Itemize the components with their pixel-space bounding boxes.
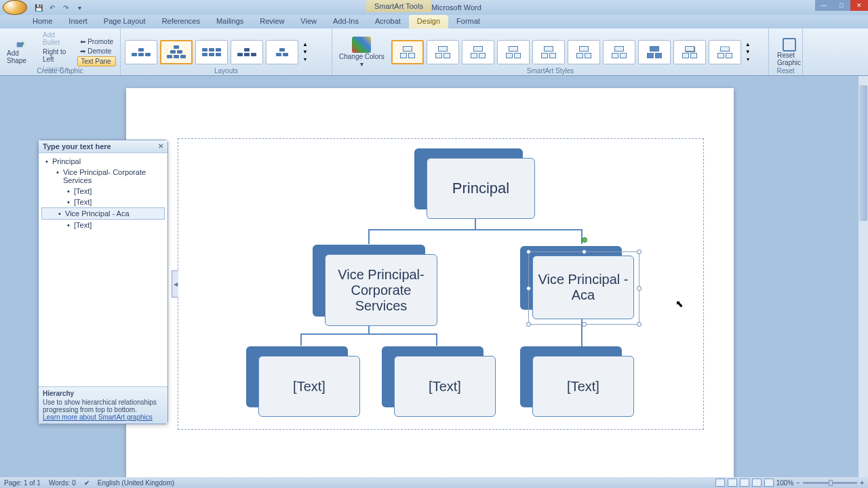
text-pane-close-icon[interactable]: ✕ [158, 142, 163, 150]
tp-item[interactable]: [Text] [40, 197, 166, 207]
tab-design[interactable]: Design [409, 15, 448, 28]
style-thumb-6[interactable] [568, 40, 600, 64]
quick-access-toolbar: 💾 ↶ ↷ ▾ [33, 1, 85, 14]
resize-handle[interactable] [637, 249, 642, 254]
style-thumb-10[interactable] [709, 40, 741, 64]
ribbon-tabs: Home Insert Page Layout References Maili… [0, 15, 868, 28]
tp-item[interactable]: Principal [40, 156, 166, 167]
tab-references[interactable]: References [154, 15, 208, 28]
style-thumb-1[interactable] [391, 40, 424, 64]
undo-icon[interactable]: ↶ [46, 1, 58, 14]
minimize-button[interactable]: — [815, 0, 833, 11]
style-thumb-3[interactable] [462, 40, 494, 64]
tp-item[interactable]: Vice Principal- Corporate Services [40, 167, 166, 186]
vertical-scrollbar[interactable] [859, 76, 868, 477]
layout-thumb-5[interactable] [266, 40, 298, 64]
layouts-more-icon[interactable]: ▾ [301, 56, 309, 62]
status-bar: Page: 1 of 1 Words: 0 ✔ English (United … [0, 477, 868, 488]
save-icon[interactable]: 💾 [33, 1, 45, 14]
status-page[interactable]: Page: 1 of 1 [4, 479, 41, 487]
styles-scroll-down[interactable]: ▼ [744, 49, 752, 55]
contextual-tab-label: SmartArt Tools [366, 0, 431, 12]
zoom-out-button[interactable]: − [796, 479, 800, 487]
zoom-slider[interactable] [803, 482, 857, 484]
tab-acrobat[interactable]: Acrobat [367, 15, 409, 28]
resize-handle[interactable] [637, 322, 642, 327]
text-pane-title: Type your text here [43, 142, 111, 150]
styles-scroll-up[interactable]: ▲ [744, 41, 752, 47]
style-thumb-7[interactable] [603, 40, 635, 64]
tp-footer-title: Hierarchy [43, 390, 163, 397]
group-label-styles: SmartArt Styles [332, 67, 768, 75]
connector [300, 333, 302, 346]
qat-dropdown-icon[interactable]: ▾ [73, 1, 85, 14]
view-web-layout[interactable] [740, 479, 749, 487]
text-pane-button[interactable]: Text Pane [77, 56, 116, 66]
style-thumb-4[interactable] [497, 40, 530, 64]
view-full-screen[interactable] [728, 479, 737, 487]
layouts-scroll-up[interactable]: ▲ [301, 41, 309, 47]
view-outline[interactable] [752, 479, 762, 487]
titlebar: 💾 ↶ ↷ ▾ Document5 - Microsoft Word Smart… [0, 0, 868, 15]
styles-more-icon[interactable]: ▾ [744, 56, 752, 62]
tp-item-editing[interactable]: Vice Principal - Aca [41, 207, 165, 220]
connector [581, 319, 583, 346]
status-proof-icon[interactable]: ✔ [84, 479, 90, 487]
tab-mailings[interactable]: Mailings [208, 15, 252, 28]
view-draft[interactable] [764, 479, 774, 487]
reset-graphic-button[interactable]: Reset Graphic [773, 37, 805, 68]
connector [368, 229, 582, 230]
status-words[interactable]: Words: 0 [49, 479, 76, 487]
status-language[interactable]: English (United Kingdom) [98, 479, 174, 487]
resize-handle[interactable] [526, 322, 531, 327]
redo-icon[interactable]: ↷ [60, 1, 72, 14]
demote-button[interactable]: ➡ Demote [77, 47, 116, 56]
tab-page-layout[interactable]: Page Layout [96, 15, 154, 28]
office-button[interactable] [3, 0, 27, 15]
style-thumb-9[interactable] [673, 40, 706, 64]
text-pane-toggle[interactable]: ◀ [172, 270, 178, 298]
change-colors-button[interactable]: Change Colors ▾ [336, 35, 387, 69]
connector [436, 333, 437, 346]
layout-thumb-4[interactable] [231, 40, 263, 64]
zoom-level[interactable]: 100% [776, 479, 794, 487]
promote-button[interactable]: ⬅ Promote [77, 37, 116, 46]
connector [475, 219, 476, 230]
scrollbar-thumb[interactable] [859, 85, 867, 221]
smartart-canvas[interactable]: ◀ Principal Vice Principal- Corporate Se… [178, 138, 704, 430]
maximize-button[interactable]: □ [833, 0, 850, 11]
zoom-in-button[interactable]: + [860, 479, 864, 487]
connector [300, 333, 436, 335]
resize-handle[interactable] [582, 322, 587, 327]
text-pane-list[interactable]: Principal Vice Principal- Corporate Serv… [39, 153, 167, 386]
style-thumb-8[interactable] [638, 40, 671, 64]
tp-footer-link[interactable]: Learn more about SmartArt graphics [43, 413, 153, 421]
tab-format[interactable]: Format [448, 15, 488, 28]
view-print-layout[interactable] [715, 479, 725, 487]
group-label-reset: Reset [769, 67, 802, 75]
tab-review[interactable]: Review [252, 15, 292, 28]
style-thumb-5[interactable] [532, 40, 565, 64]
close-button[interactable]: ✕ [850, 0, 868, 11]
tp-footer-desc: Use to show hierarchical relationships p… [43, 399, 157, 413]
style-thumb-2[interactable] [427, 40, 459, 64]
right-to-left-button[interactable]: Right to Left [40, 47, 75, 64]
tab-home[interactable]: Home [24, 15, 60, 28]
tab-insert[interactable]: Insert [60, 15, 96, 28]
tab-addins[interactable]: Add-Ins [325, 15, 367, 28]
group-label-layouts: Layouts [121, 67, 332, 75]
tp-item[interactable]: [Text] [40, 186, 166, 197]
layout-thumb-2[interactable] [160, 40, 193, 64]
add-shape-button[interactable]: Add Shape [4, 39, 37, 66]
ribbon: Add Shape Add Bullet Right to Left Layou… [0, 28, 868, 76]
add-bullet-button[interactable]: Add Bullet [40, 30, 75, 47]
layout-thumb-3[interactable] [195, 40, 228, 64]
text-pane-footer: Hierarchy Use to show hierarchical relat… [39, 386, 167, 424]
layout-thumb-1[interactable] [125, 40, 157, 64]
resize-handle[interactable] [637, 286, 642, 291]
tp-item[interactable]: [Text] [40, 220, 166, 230]
text-pane: Type your text here ✕ Principal Vice Pri… [38, 140, 168, 424]
layouts-scroll-down[interactable]: ▼ [301, 49, 309, 55]
tab-view[interactable]: View [292, 15, 325, 28]
rotate-handle[interactable] [582, 237, 587, 243]
